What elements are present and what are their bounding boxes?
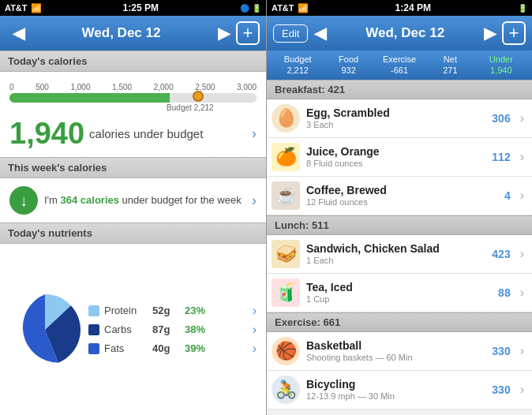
protein-label: Protein [104, 305, 148, 316]
weekly-highlight: 364 calories [61, 194, 119, 206]
calories-detail-arrow[interactable]: › [252, 125, 257, 142]
meal-header-exercise: Exercise: 661 [267, 312, 532, 332]
bicycling-calories: 330 [492, 383, 510, 396]
sandwich-info: Sandwich, Chicken Salad 1 Each [306, 242, 485, 265]
carbs-amount: 87g [152, 323, 180, 335]
calories-section: 0 500 1,000 1,500 2,000 2,500 3,000 Budg… [0, 72, 266, 157]
food-col-label: Food [324, 54, 373, 65]
nutrients-pie-chart [9, 294, 81, 365]
col-under: Under 1,940 [477, 54, 526, 77]
protein-arrow[interactable]: › [253, 304, 257, 318]
carrier-left: AT&T [5, 3, 28, 13]
carrier-right: AT&T [272, 3, 294, 13]
meal-header-lunch: Lunch: 511 [267, 215, 532, 235]
budget-label: Budget 2,212 [167, 103, 214, 112]
juice-calories: 112 [492, 151, 510, 163]
add-button-left[interactable]: + [236, 21, 260, 45]
nutrients-list: Protein 52g 23% › Carbs 87g 38% › Fats 4… [88, 304, 257, 356]
food-item-coffee[interactable]: ☕ Coffee, Brewed 12 Fluid ounces 4 › [267, 177, 532, 215]
under-col-value: 1,940 [477, 65, 526, 76]
weekly-icon: ↓ [9, 186, 38, 215]
col-budget: Budget 2,212 [273, 54, 322, 77]
battery-right: 🔋 [518, 4, 527, 13]
calories-text: calories under budget [89, 127, 247, 140]
nav-title-left: Wed, Dec 12 [31, 25, 212, 41]
carrier-wifi-left: AT&T 📶 [5, 3, 42, 13]
fats-label: Fats [104, 342, 148, 354]
slider-fill [9, 93, 170, 103]
add-button-right[interactable]: + [502, 21, 526, 45]
edit-button[interactable]: Edit [273, 24, 308, 43]
status-bar-right: AT&T 📶 1:24 PM 🔋 [267, 0, 532, 16]
carbs-pct: 38% [185, 323, 212, 335]
coffee-icon: ☕ [272, 181, 300, 210]
weekly-text-after: under budget for the week [119, 194, 242, 206]
fats-color [88, 343, 99, 354]
protein-pct: 23% [185, 305, 212, 316]
weekly-section: ↓ I'm 364 calories under budget for the … [0, 178, 266, 222]
bicycling-desc: 12-13.9 mph — 30 Min [306, 391, 485, 401]
net-col-label: Net [425, 54, 474, 65]
coffee-desc: 12 Fluid ounces [306, 197, 498, 207]
slider-track: Budget 2,212 [9, 93, 257, 103]
food-item-egg[interactable]: 🥚 Egg, Scrambled 3 Each 306 › [267, 99, 532, 138]
calories-number: 1,940 [9, 117, 84, 151]
food-item-basketball[interactable]: 🏀 Basketball Shooting baskets — 60 Min 3… [267, 332, 532, 371]
battery-icon-left: 🔋 [252, 4, 261, 13]
bluetooth-icon-left: 🔵 [240, 4, 249, 13]
juice-name: Juice, Orange [306, 145, 485, 159]
coffee-calories: 4 [504, 189, 511, 202]
time-right: 1:24 PM [395, 2, 431, 13]
battery-left: 🔵 🔋 [240, 4, 261, 13]
protein-amount: 52g [152, 305, 180, 316]
carbs-label: Carbs [104, 323, 148, 335]
fats-arrow[interactable]: › [253, 342, 257, 356]
weekly-text: I'm 364 calories under budget for the we… [44, 193, 245, 208]
big-calories-row: 1,940 calories under budget › [9, 117, 257, 151]
budget-dot [193, 91, 204, 102]
weekly-text-before: I'm [44, 194, 61, 206]
col-net: Net 271 [425, 54, 474, 77]
protein-color [88, 305, 99, 316]
battery-icon-right: 🔋 [518, 4, 527, 13]
nutrient-row-protein: Protein 52g 23% › [88, 304, 257, 318]
food-item-bicycling[interactable]: 🚴 Bicycling 12-13.9 mph — 30 Min 330 › [267, 371, 532, 409]
food-item-tea[interactable]: 🧃 Tea, Iced 1 Cup 88 › [267, 274, 532, 312]
food-col-value: 932 [324, 65, 373, 76]
egg-desc: 3 Each [306, 120, 485, 129]
carrier-wifi-right: AT&T 📶 [272, 3, 309, 13]
right-panel: AT&T 📶 1:24 PM 🔋 Edit ◀ Wed, Dec 12 ▶ + … [266, 0, 532, 415]
tea-chevron: › [520, 286, 524, 300]
basketball-icon: 🏀 [272, 337, 300, 365]
calorie-slider: 0 500 1,000 1,500 2,000 2,500 3,000 Budg… [9, 83, 257, 103]
food-item-sandwich[interactable]: 🥪 Sandwich, Chicken Salad 1 Each 423 › [267, 235, 532, 274]
tea-icon: 🧃 [272, 279, 300, 307]
bicycle-icon: 🚴 [272, 376, 300, 404]
prev-day-button-left[interactable]: ◀ [6, 21, 31, 46]
sandwich-calories: 423 [492, 248, 510, 260]
budget-col-label: Budget [273, 54, 322, 65]
col-exercise: Exercise -661 [375, 54, 424, 77]
carbs-color [88, 324, 99, 335]
weekly-detail-arrow[interactable]: › [252, 193, 257, 209]
sandwich-desc: 1 Each [306, 256, 485, 265]
next-day-button-right[interactable]: ▶ [478, 21, 502, 46]
basketball-chevron: › [520, 344, 524, 358]
next-day-button-left[interactable]: ▶ [212, 21, 236, 46]
prev-day-button-right[interactable]: ◀ [308, 21, 332, 46]
coffee-info: Coffee, Brewed 12 Fluid ounces [306, 184, 498, 207]
sandwich-name: Sandwich, Chicken Salad [306, 242, 485, 256]
carbs-arrow[interactable]: › [253, 323, 257, 337]
sandwich-chevron: › [520, 247, 524, 261]
nutrient-row-fats: Fats 40g 39% › [88, 342, 257, 356]
food-item-juice[interactable]: 🍊 Juice, Orange 8 Fluid ounces 112 › [267, 138, 532, 177]
coffee-name: Coffee, Brewed [306, 184, 498, 197]
juice-chevron: › [520, 150, 524, 164]
diary-scroll[interactable]: Breakfast: 421 🥚 Egg, Scrambled 3 Each 3… [267, 80, 532, 415]
under-col-label: Under [477, 54, 526, 65]
juice-info: Juice, Orange 8 Fluid ounces [306, 145, 485, 168]
bicycling-name: Bicycling [306, 378, 485, 391]
wifi-icon-left: 📶 [31, 3, 42, 13]
tea-info: Tea, Iced 1 Cup [306, 281, 492, 304]
nutrients-header: Today's nutrients [0, 222, 266, 244]
